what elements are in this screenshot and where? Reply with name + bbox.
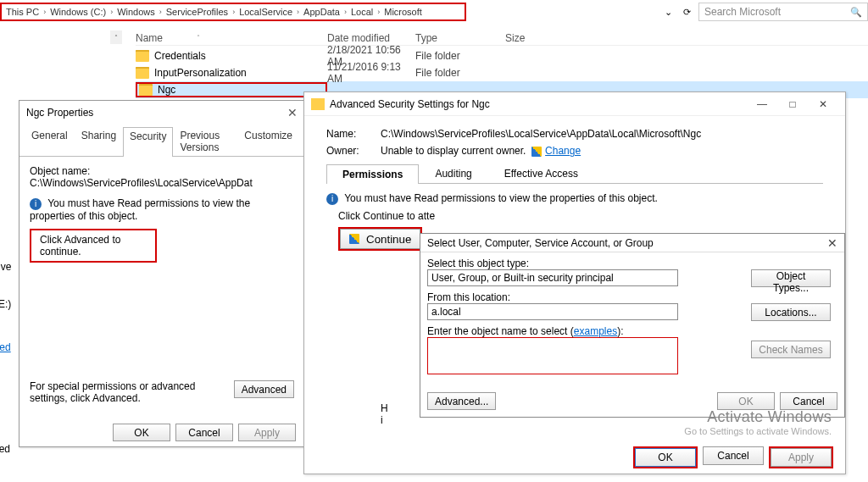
cropped-text: i — [381, 414, 388, 426]
col-type[interactable]: Type — [415, 30, 505, 45]
name-label: Name: — [326, 128, 381, 140]
crumb-appdata[interactable]: AppData — [301, 7, 342, 17]
table-row[interactable]: InputPersonalization 11/21/2016 9:13 AM … — [136, 64, 868, 81]
tab-sharing[interactable]: Sharing — [75, 126, 123, 156]
object-type-field: User, Group, or Built-in security princi… — [427, 269, 678, 286]
dialog-title: Select User, Computer, Service Account, … — [427, 237, 827, 249]
apply-button[interactable]: Apply — [771, 448, 832, 467]
read-permissions-note: You must have Read permissions to view t… — [344, 192, 658, 204]
crumb-windows[interactable]: Windows — [114, 7, 158, 17]
refresh-icon[interactable]: ⟳ — [680, 5, 693, 19]
check-names-button[interactable]: Check Names — [751, 341, 831, 358]
tab-security[interactable]: Security — [123, 127, 173, 157]
file-name: Ngc — [158, 84, 175, 96]
tab-permissions[interactable]: Permissions — [326, 164, 419, 184]
locations-button[interactable]: Locations... — [751, 303, 831, 321]
cancel-button[interactable]: Cancel — [780, 392, 837, 410]
crumb-localsvc[interactable]: LocalService — [236, 7, 295, 17]
file-list: Credentials 2/18/2021 10:56 AM File fold… — [136, 47, 868, 98]
crumb-thispc[interactable]: This PC — [3, 7, 42, 17]
file-name: InputPersonalization — [154, 67, 247, 79]
object-types-button[interactable]: Object Types... — [751, 269, 831, 287]
advanced-button[interactable]: Advanced — [234, 380, 294, 398]
ok-button[interactable]: OK — [113, 424, 170, 441]
continue-button[interactable]: Continue — [340, 229, 420, 249]
sort-chevron-icon: ˄ — [197, 34, 200, 42]
advanced-note: For special permissions or advanced sett… — [30, 380, 225, 404]
col-size[interactable]: Size — [505, 30, 556, 45]
ok-button[interactable]: OK — [717, 392, 775, 410]
apply-button[interactable]: Apply — [238, 424, 296, 441]
search-input[interactable]: Search Microsoft 🔍 — [698, 3, 868, 21]
properties-tabs: General Sharing Security Previous Versio… — [19, 125, 304, 157]
file-type: File folder — [415, 67, 505, 79]
folder-icon — [136, 50, 149, 62]
scroll-up-icon[interactable]: ˄ — [110, 30, 122, 44]
continue-text: Click Continue to atte — [338, 210, 435, 222]
tab-general[interactable]: General — [25, 126, 75, 156]
chevron-right-icon: › — [376, 8, 381, 16]
folder-icon — [139, 84, 153, 96]
left-link-fragment[interactable]: ted — [0, 341, 11, 353]
crumb-microsoft[interactable]: Microsoft — [381, 7, 425, 17]
properties-window: Ngc Properties ✕ General Sharing Securit… — [19, 100, 305, 447]
breadcrumb[interactable]: This PC› Windows (C:)› Windows› ServiceP… — [0, 3, 466, 21]
window-title: Advanced Security Settings for Ngc — [330, 98, 747, 110]
object-name-value: C:\Windows\ServiceProfiles\LocalService\… — [30, 177, 253, 189]
tab-customize[interactable]: Customize — [237, 126, 299, 156]
tab-effective-access[interactable]: Effective Access — [488, 163, 594, 183]
file-name: Credentials — [154, 50, 206, 62]
close-icon[interactable]: ✕ — [808, 98, 838, 110]
chevron-right-icon: › — [295, 8, 301, 16]
col-name[interactable]: Name — [136, 32, 163, 44]
activate-windows-watermark: Activate Windows — [684, 408, 832, 426]
activate-windows-sub: Go to Settings to activate Windows. — [684, 426, 832, 436]
shield-icon — [349, 234, 359, 244]
shield-icon — [531, 147, 542, 157]
folder-icon — [311, 98, 325, 110]
tab-previous-versions[interactable]: Previous Versions — [173, 126, 237, 156]
select-user-dialog: Select User, Computer, Service Account, … — [420, 233, 845, 418]
owner-label: Owner: — [326, 145, 381, 157]
window-title: Ngc Properties — [26, 107, 287, 119]
enter-name-label: Enter the object name to select — [427, 325, 567, 337]
object-type-label: Select this object type: — [427, 258, 837, 269]
left-fragment: ded — [0, 443, 10, 455]
folder-icon — [136, 67, 149, 79]
close-icon[interactable]: ✕ — [287, 106, 298, 119]
cropped-text: H — [381, 402, 388, 414]
minimize-icon[interactable]: — — [747, 98, 777, 110]
security-subtabs: Permissions Auditing Effective Access — [326, 163, 823, 184]
file-date: 11/21/2016 9:13 AM — [327, 61, 415, 85]
file-type: File folder — [415, 50, 505, 62]
search-placeholder: Search Microsoft — [704, 6, 781, 18]
ok-button[interactable]: OK — [635, 448, 696, 467]
change-owner-link[interactable]: Change — [545, 145, 581, 157]
object-name-input[interactable] — [427, 337, 678, 374]
examples-link[interactable]: examples — [574, 325, 617, 337]
tab-auditing[interactable]: Auditing — [419, 163, 487, 183]
advanced-button[interactable]: Advanced... — [427, 392, 496, 410]
info-icon: i — [30, 198, 42, 210]
crumb-local[interactable]: Local — [348, 7, 376, 17]
chevron-right-icon: › — [42, 8, 47, 16]
close-icon[interactable]: ✕ — [827, 236, 837, 250]
permissions-note: You must have Read permissions to view t… — [30, 197, 250, 222]
maximize-icon[interactable]: □ — [777, 98, 808, 110]
from-location-field: a.local — [427, 303, 678, 320]
crumb-svcprof[interactable]: ServiceProfiles — [164, 7, 231, 17]
search-icon: 🔍 — [850, 7, 862, 18]
name-value: C:\Windows\ServiceProfiles\LocalService\… — [381, 128, 823, 140]
chevron-down-icon[interactable]: ⌄ — [661, 5, 675, 19]
cancel-button[interactable]: Cancel — [703, 446, 764, 465]
chevron-right-icon: › — [108, 8, 114, 16]
from-location-label: From this location: — [427, 291, 837, 303]
crumb-c[interactable]: Windows (C:) — [47, 7, 108, 17]
left-fragment: E:) — [0, 298, 11, 310]
chevron-right-icon: › — [342, 8, 348, 16]
cancel-button[interactable]: Cancel — [175, 424, 233, 441]
left-fragment: rive — [0, 261, 11, 273]
table-row[interactable]: Credentials 2/18/2021 10:56 AM File fold… — [136, 47, 868, 64]
col-date[interactable]: Date modified — [327, 30, 415, 45]
chevron-right-icon: › — [158, 8, 164, 16]
